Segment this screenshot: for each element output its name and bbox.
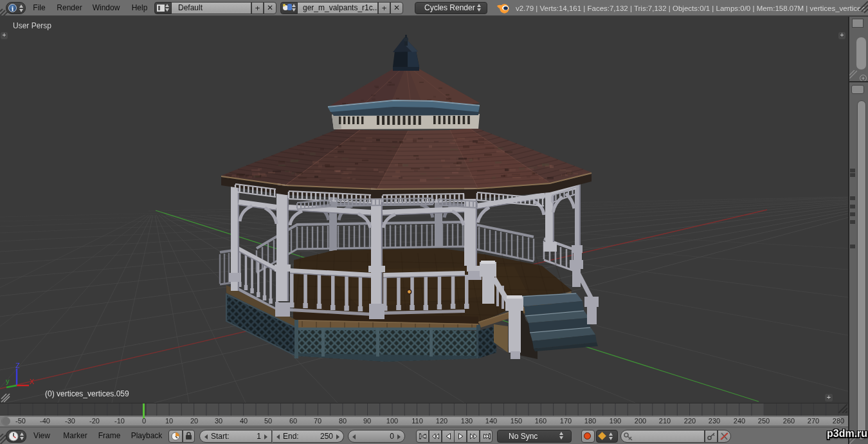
svg-text:Z: Z	[15, 362, 20, 369]
svg-text:X: X	[30, 378, 35, 385]
svg-text:y: y	[6, 377, 10, 385]
